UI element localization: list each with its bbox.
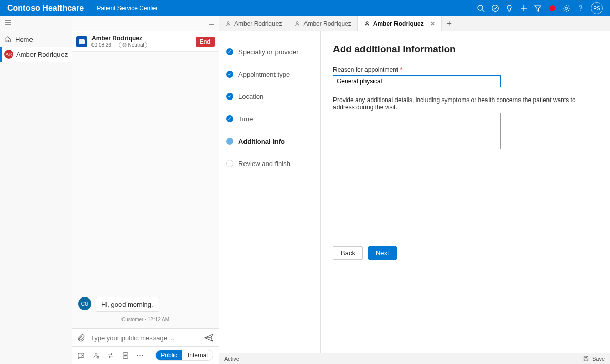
- sentiment-badge: Neutral: [119, 42, 147, 48]
- nav-home-label: Home: [15, 36, 33, 43]
- svg-point-6: [565, 7, 568, 10]
- person-icon: [364, 21, 370, 27]
- tab-3[interactable]: Amber Rodriquez ✕: [358, 16, 442, 31]
- svg-point-27: [139, 355, 140, 356]
- message-meta: Customer · 12:12 AM: [78, 317, 212, 322]
- person-icon: [225, 21, 231, 27]
- status-active: Active: [224, 356, 239, 362]
- channel-icon: [76, 36, 87, 47]
- new-tab-button[interactable]: ＋: [442, 16, 457, 31]
- details-label: Provide any additional details, includin…: [333, 96, 598, 111]
- chat-toolbar: Public Internal: [72, 346, 219, 364]
- svg-point-18: [95, 353, 97, 355]
- status-bar: Active Save: [219, 353, 610, 364]
- chat-panel: Amber Rodriquez 00:08:26 | Neutral End C…: [72, 16, 219, 364]
- step-review[interactable]: Review and finish: [226, 152, 320, 175]
- step-appointment-type[interactable]: ✓Appointment type: [226, 63, 320, 85]
- patient-avatar-icon: AR: [4, 50, 13, 59]
- quick-reply-icon[interactable]: [77, 352, 85, 359]
- svg-line-1: [482, 10, 484, 12]
- send-icon[interactable]: [204, 333, 214, 342]
- tab-2[interactable]: Amber Rodriquez: [288, 16, 357, 31]
- save-icon: [583, 355, 589, 362]
- more-icon[interactable]: [136, 352, 144, 359]
- close-tab-icon[interactable]: ✕: [430, 20, 435, 27]
- svg-rect-32: [585, 356, 587, 358]
- minimize-chat-icon[interactable]: [207, 19, 216, 28]
- reason-label: Reason for appointment *: [333, 66, 598, 73]
- record-indicator-icon[interactable]: [545, 1, 559, 15]
- end-chat-button[interactable]: End: [196, 37, 215, 47]
- nav-home[interactable]: Home: [0, 31, 72, 47]
- form-heading: Add additional information: [333, 44, 598, 55]
- filter-icon[interactable]: [531, 1, 545, 15]
- check-icon: ✓: [226, 48, 233, 55]
- check-icon: ✓: [226, 71, 233, 78]
- chat-message-input[interactable]: [90, 334, 199, 342]
- details-textarea[interactable]: [333, 113, 501, 149]
- step-location[interactable]: ✓Location: [226, 85, 320, 108]
- chat-messages[interactable]: CU Hi, good morning. Customer · 12:12 AM: [72, 52, 219, 328]
- chat-input-row: [72, 328, 219, 346]
- step-additional-info[interactable]: Additional Info: [226, 130, 320, 152]
- svg-point-0: [478, 5, 483, 10]
- svg-point-7: [580, 10, 581, 11]
- back-button[interactable]: Back: [333, 246, 363, 260]
- pill-internal[interactable]: Internal: [182, 350, 213, 360]
- task-check-icon[interactable]: [488, 1, 502, 15]
- attachment-icon[interactable]: [77, 334, 85, 342]
- main-content: Amber Rodriquez Amber Rodriquez Amber Ro…: [219, 16, 610, 364]
- save-button[interactable]: Save: [583, 355, 605, 362]
- neutral-face-icon: [122, 43, 127, 47]
- plus-icon[interactable]: [516, 1, 531, 15]
- chat-customer-name: Amber Rodriquez: [92, 35, 147, 42]
- reason-input[interactable]: [333, 75, 501, 87]
- chat-timer: 00:08:26: [92, 42, 111, 48]
- transfer-icon[interactable]: [107, 352, 114, 359]
- notes-icon[interactable]: [121, 352, 129, 359]
- help-icon[interactable]: [573, 1, 588, 15]
- visibility-toggle: Public Internal: [155, 350, 214, 361]
- step-specialty[interactable]: ✓Specialty or provider: [226, 41, 320, 63]
- check-icon: ✓: [226, 93, 233, 100]
- home-icon: [4, 36, 11, 43]
- current-step-icon: [226, 138, 233, 145]
- svg-point-2: [492, 5, 499, 12]
- top-app-bar: Contoso Healthcare Patient Service Cente…: [0, 0, 610, 16]
- message-text: Hi, good morning.: [96, 297, 159, 312]
- consult-icon[interactable]: [92, 352, 100, 359]
- step-time[interactable]: ✓Time: [226, 108, 320, 130]
- search-icon[interactable]: [474, 1, 488, 15]
- svg-point-30: [297, 21, 299, 23]
- nav-patient[interactable]: AR Amber Rodriquez: [0, 47, 72, 62]
- tab-3-label: Amber Rodriquez: [373, 20, 424, 27]
- svg-rect-33: [585, 359, 587, 361]
- title-divider: [90, 4, 90, 13]
- brand-title: Contoso Healthcare: [7, 4, 84, 13]
- chat-header: Amber Rodriquez 00:08:26 | Neutral End: [72, 31, 219, 52]
- svg-point-12: [122, 43, 126, 47]
- check-icon: ✓: [226, 115, 233, 122]
- wizard-stepper: ✓Specialty or provider ✓Appointment type…: [219, 31, 321, 353]
- tab-2-label: Amber Rodriquez: [303, 20, 351, 27]
- svg-point-28: [142, 355, 143, 356]
- tab-bar: Amber Rodriquez Amber Rodriquez Amber Ro…: [219, 16, 610, 31]
- svg-point-14: [125, 44, 125, 45]
- svg-point-31: [366, 21, 368, 23]
- next-button[interactable]: Next: [368, 246, 397, 260]
- tab-1-label: Amber Rodriquez: [234, 20, 282, 27]
- hamburger-icon[interactable]: [4, 19, 12, 28]
- pill-public[interactable]: Public: [156, 350, 182, 360]
- sentiment-label: Neutral: [128, 42, 144, 48]
- lightbulb-icon[interactable]: [502, 1, 516, 15]
- gear-icon[interactable]: [559, 1, 573, 15]
- svg-rect-17: [78, 353, 84, 357]
- pending-step-icon: [226, 160, 233, 167]
- nav-patient-label: Amber Rodriquez: [16, 51, 68, 58]
- chat-message: CU Hi, good morning.: [78, 297, 212, 312]
- user-avatar[interactable]: PS: [591, 2, 603, 14]
- tab-1[interactable]: Amber Rodriquez: [219, 16, 288, 31]
- svg-point-13: [123, 44, 124, 45]
- person-icon: [294, 21, 300, 27]
- svg-point-26: [137, 355, 138, 356]
